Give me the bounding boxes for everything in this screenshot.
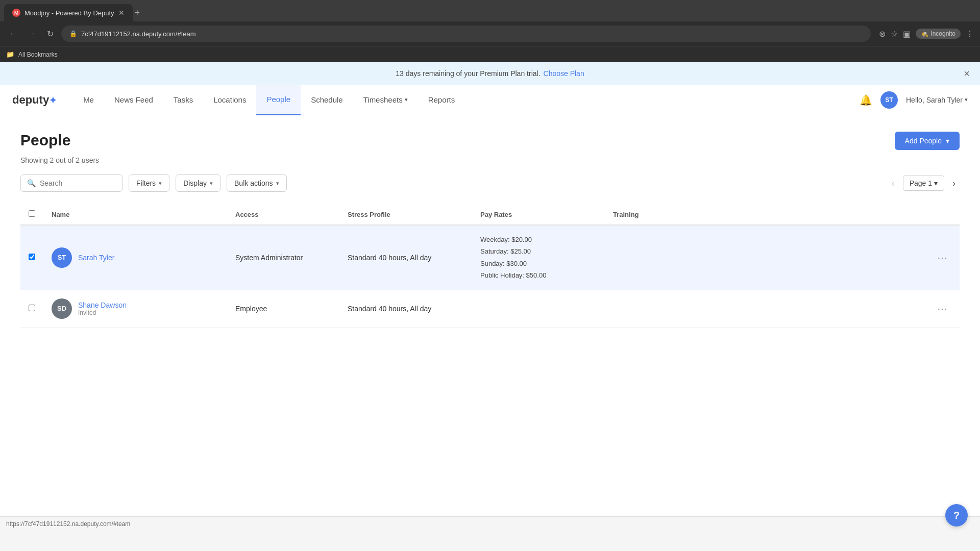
- incognito-badge: 🕵 Incognito: [916, 29, 961, 39]
- logo: deputy✦: [12, 93, 57, 107]
- bookmarks-label: All Bookmarks: [18, 51, 58, 58]
- trial-banner: 13 days remaining of your Premium Plan t…: [0, 62, 980, 85]
- page-label: Page 1: [910, 179, 932, 187]
- cast-icon[interactable]: ⊗: [879, 29, 886, 39]
- page-content: People Add People ▾ Showing 2 out of 2 u…: [0, 115, 980, 503]
- add-people-button[interactable]: Add People ▾: [895, 132, 960, 150]
- add-people-label: Add People: [905, 137, 942, 145]
- trial-message: 13 days remaining of your Premium Plan t…: [396, 69, 540, 78]
- search-box[interactable]: 🔍: [20, 174, 122, 192]
- nav-link-tasks[interactable]: Tasks: [163, 85, 203, 115]
- browser-nav-controls: ← → ↻ 🔒 7cf47d19112152.na.deputy.com/#te…: [0, 21, 980, 46]
- page-indicator[interactable]: Page 1 ▾: [903, 176, 944, 191]
- select-all-checkbox[interactable]: [29, 210, 35, 217]
- add-people-dropdown-arrow: ▾: [946, 137, 949, 145]
- filters-label: Filters: [136, 179, 156, 187]
- status-url: https://7cf47d19112152.na.deputy.com/#te…: [6, 520, 130, 528]
- hello-user-text: Hello, Sarah Tyler: [906, 96, 963, 104]
- row-checkbox[interactable]: [29, 254, 35, 260]
- row-actions-cell[interactable]: ⋯: [925, 225, 960, 290]
- user-menu-dropdown-arrow: ▾: [965, 96, 968, 103]
- user-avatar-badge: ST: [880, 91, 898, 109]
- table-body: ST Sarah Tyler System Administrator Stan…: [20, 225, 960, 327]
- row-more-options-button[interactable]: ⋯: [933, 249, 951, 266]
- toolbar: 🔍 Filters ▾ Display ▾ Bulk actions ▾ ‹ P…: [20, 174, 960, 192]
- lock-icon: 🔒: [69, 30, 77, 37]
- table-row: ST Sarah Tyler System Administrator Stan…: [20, 225, 960, 290]
- reload-button[interactable]: ↻: [43, 27, 57, 41]
- bookmarks-folder-icon: 📁: [6, 51, 14, 58]
- logo-text: deputy✦: [12, 93, 57, 107]
- new-tab-button[interactable]: +: [135, 8, 140, 18]
- nav-link-news-feed[interactable]: News Feed: [104, 85, 163, 115]
- person-avatar: SD: [52, 298, 72, 319]
- name-column-header: Name: [43, 204, 227, 225]
- person-avatar: ST: [52, 247, 72, 268]
- stress-profile-cell: Standard 40 hours, All day: [339, 290, 472, 327]
- person-cell: SD Shane Dawson Invited: [43, 290, 227, 327]
- stress-profile-column-header: Stress Profile: [339, 204, 472, 225]
- nav-links: Me News Feed Tasks Locations People Sche…: [73, 85, 860, 115]
- bookmark-star-icon[interactable]: ☆: [891, 29, 898, 39]
- row-more-options-button[interactable]: ⋯: [933, 300, 951, 317]
- row-actions-cell[interactable]: ⋯: [925, 290, 960, 327]
- forward-button[interactable]: →: [24, 27, 39, 41]
- choose-plan-link[interactable]: Choose Plan: [544, 69, 584, 78]
- display-button[interactable]: Display ▾: [176, 174, 220, 192]
- table-head: Name Access Stress Profile Pay Rates Tra…: [20, 204, 960, 225]
- url-text: 7cf47d19112152.na.deputy.com/#team: [81, 30, 196, 38]
- search-input[interactable]: [40, 179, 111, 187]
- nav-link-timesheets[interactable]: Timesheets ▾: [353, 85, 418, 115]
- select-all-header[interactable]: [20, 204, 43, 225]
- main-nav: deputy✦ Me News Feed Tasks Locations Peo…: [0, 85, 980, 115]
- row-checkbox[interactable]: [29, 305, 35, 311]
- person-details: Sarah Tyler: [78, 254, 114, 262]
- nav-right: 🔔 ST Hello, Sarah Tyler ▾: [860, 91, 968, 109]
- person-cell: ST Sarah Tyler: [43, 225, 227, 290]
- notifications-bell-button[interactable]: 🔔: [860, 94, 872, 106]
- nav-link-reports[interactable]: Reports: [418, 85, 465, 115]
- person-name-link[interactable]: Sarah Tyler: [78, 254, 114, 262]
- split-view-icon[interactable]: ▣: [903, 29, 911, 39]
- back-button[interactable]: ←: [6, 27, 20, 41]
- nav-link-schedule[interactable]: Schedule: [301, 85, 353, 115]
- menu-dots-icon[interactable]: ⋮: [966, 29, 974, 39]
- display-label: Display: [183, 179, 207, 187]
- bulk-actions-button[interactable]: Bulk actions ▾: [227, 174, 286, 192]
- user-greeting-button[interactable]: Hello, Sarah Tyler ▾: [906, 96, 968, 104]
- pay-rates-column-cell: [472, 290, 605, 327]
- tab-close-button[interactable]: ✕: [118, 9, 125, 17]
- browser-right-icons: ⊗ ☆ ▣ 🕵 Incognito ⋮: [879, 29, 974, 39]
- showing-count-text: Showing 2 out of 2 users: [20, 156, 960, 164]
- nav-link-me[interactable]: Me: [73, 85, 104, 115]
- page-dropdown-arrow: ▾: [934, 179, 938, 187]
- prev-page-button[interactable]: ‹: [888, 176, 899, 191]
- display-dropdown-arrow: ▾: [210, 180, 213, 187]
- row-checkbox-cell[interactable]: [20, 225, 43, 290]
- pay-rates-column-cell: Weekday: $20.00Saturday: $25.00Sunday: $…: [472, 225, 605, 290]
- person-name-link[interactable]: Shane Dawson: [78, 301, 127, 309]
- help-button[interactable]: ?: [945, 504, 968, 527]
- actions-column-header: [925, 204, 960, 225]
- next-page-button[interactable]: ›: [948, 176, 960, 191]
- pay-rates-column-header: Pay Rates: [472, 204, 605, 225]
- person-info: SD Shane Dawson Invited: [52, 298, 219, 319]
- trial-banner-close-button[interactable]: ×: [964, 68, 970, 80]
- training-cell: [605, 290, 925, 327]
- filters-button[interactable]: Filters ▾: [129, 174, 169, 192]
- page-title: People: [20, 132, 70, 149]
- table-header-row: Name Access Stress Profile Pay Rates Tra…: [20, 204, 960, 225]
- tab-title: Moodjoy - Powered By Deputy: [24, 9, 114, 17]
- person-status-badge: Invited: [78, 309, 127, 316]
- row-checkbox-cell[interactable]: [20, 290, 43, 327]
- training-column-header: Training: [605, 204, 925, 225]
- incognito-icon: 🕵: [921, 30, 928, 37]
- access-column-header: Access: [227, 204, 339, 225]
- nav-link-locations[interactable]: Locations: [203, 85, 256, 115]
- training-cell: [605, 225, 925, 290]
- address-bar[interactable]: 🔒 7cf47d19112152.na.deputy.com/#team: [61, 26, 871, 42]
- browser-tab-active[interactable]: M Moodjoy - Powered By Deputy ✕: [4, 4, 133, 21]
- person-details: Shane Dawson Invited: [78, 301, 127, 316]
- nav-link-people[interactable]: People: [256, 85, 301, 115]
- pay-rates-cell: Weekday: $20.00Saturday: $25.00Sunday: $…: [480, 234, 597, 282]
